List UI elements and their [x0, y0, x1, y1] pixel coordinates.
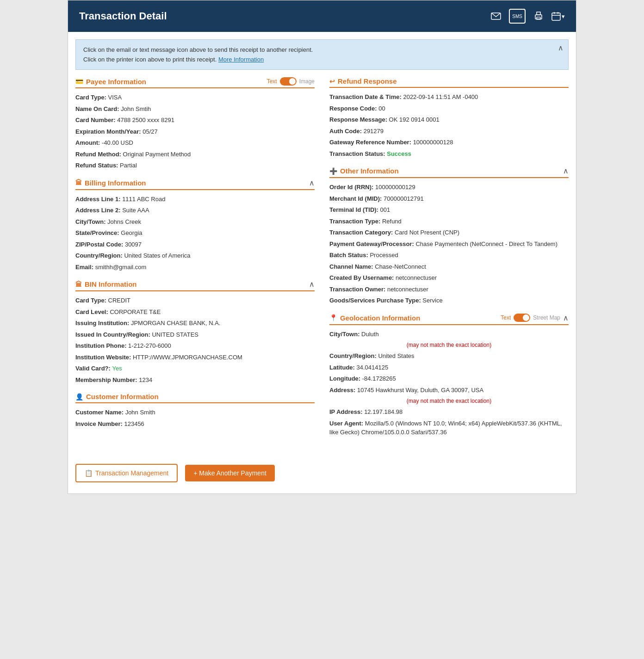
- field-label: Gateway Reference Number:: [329, 139, 413, 146]
- field-row: Order Id (RRN): 100000000129: [329, 183, 569, 192]
- more-information-link[interactable]: More Information: [218, 56, 264, 63]
- banner-collapse-btn[interactable]: ∧: [558, 43, 564, 52]
- field-label: Card Type:: [75, 297, 108, 304]
- geo-toggle-text-label: Text: [501, 314, 511, 321]
- field-row: City/Town: Johns Creek: [75, 217, 315, 227]
- field-label: Response Code:: [329, 105, 378, 112]
- other-collapse-btn[interactable]: ∧: [563, 166, 569, 175]
- field-value: 1-212-270-6000: [128, 342, 171, 349]
- geo-toggle-switch[interactable]: [514, 314, 530, 322]
- field-value: CORPORATE T&E: [110, 308, 161, 315]
- field-row: Transaction Type: Refund: [329, 217, 569, 226]
- calendar-dropdown-arrow: ▾: [562, 13, 565, 20]
- field-row: Goods/Services Purchase Type: Service: [329, 296, 569, 305]
- bin-fields: Card Type: CREDITCard Level: CORPORATE T…: [75, 296, 315, 384]
- calendar-icon[interactable]: ▾: [551, 12, 565, 21]
- bin-section: 🏛 BIN Information ∧ Card Type: CREDITCar…: [75, 280, 315, 384]
- payee-toggle-text-label: Text: [267, 78, 277, 85]
- field-label: Payment Gateway/Processor:: [329, 240, 415, 247]
- geo-collapse-btn[interactable]: ∧: [563, 314, 569, 322]
- field-row: Invoice Number: 123456: [75, 419, 315, 429]
- field-value: Chase-NetConnect: [375, 263, 426, 270]
- field-row: Latitude: 34.0414125: [329, 363, 569, 372]
- field-label: Address Line 2:: [75, 207, 122, 214]
- info-banner: ∧ Click on the email or text message ico…: [75, 39, 569, 70]
- other-icon: ➕: [329, 167, 337, 175]
- field-value: CREDIT: [108, 297, 130, 304]
- field-value: -40.00 USD: [102, 139, 133, 146]
- field-label: Institution Phone:: [75, 342, 128, 349]
- field-row: Institution Phone: 1-212-270-6000: [75, 341, 315, 351]
- field-value: 001: [380, 206, 390, 213]
- refund-section-title: ↩ Refund Response: [329, 77, 397, 85]
- billing-section-header: 🏛 Billing Information ∧: [75, 179, 315, 190]
- main-content: 💳 Payee Information Text Image Card Type…: [68, 77, 576, 453]
- field-label: Transaction Type:: [329, 218, 382, 225]
- billing-section-title: 🏛 Billing Information: [75, 179, 146, 187]
- svg-rect-2: [537, 12, 540, 15]
- payee-section-header: 💳 Payee Information Text Image: [75, 77, 315, 88]
- bin-collapse-btn[interactable]: ∧: [309, 280, 315, 289]
- payee-toggle-switch[interactable]: [280, 77, 297, 86]
- bin-icon: 🏛: [75, 281, 82, 288]
- field-value: 4788 2500 xxxx 8291: [117, 117, 174, 123]
- field-row: Valid Card?: Yes: [75, 364, 315, 373]
- field-value: 00: [378, 105, 385, 112]
- field-label: Valid Card?:: [75, 365, 112, 372]
- field-label: Country/Region:: [329, 352, 378, 359]
- transaction-management-button[interactable]: 📋 Transaction Management: [75, 464, 178, 482]
- bin-section-header: 🏛 BIN Information ∧: [75, 280, 315, 291]
- customer-fields: Customer Name: John SmithInvoice Number:…: [75, 408, 315, 428]
- field-label: Response Message:: [329, 116, 389, 123]
- field-row: Issued In Country/Region: UNITED STATES: [75, 330, 315, 339]
- field-row: Transaction Date & Time: 2022-09-14 11:5…: [329, 92, 569, 102]
- geolocation-toggle-group: Text Street Map ∧: [501, 314, 569, 322]
- field-label: Issued In Country/Region:: [75, 331, 152, 338]
- field-value: 100000000128: [413, 139, 453, 146]
- field-value: Suite AAA: [122, 207, 149, 214]
- field-value: Partial: [120, 162, 137, 169]
- field-row: Name On Card: John Smtih: [75, 105, 315, 114]
- field-label: Batch Status:: [329, 252, 370, 259]
- field-row: Longitude: -84.1728265: [329, 374, 569, 383]
- field-value: -84.1728265: [362, 375, 396, 382]
- field-row: Gateway Reference Number: 100000000128: [329, 138, 569, 147]
- field-label: State/Province:: [75, 229, 121, 236]
- field-value: Refund: [382, 218, 402, 225]
- make-another-payment-button[interactable]: + Make Another Payment: [185, 465, 275, 481]
- field-value: 34.0414125: [357, 364, 389, 371]
- field-label: Created By Username:: [329, 274, 396, 281]
- field-value: HTTP://WWW.JPMORGANCHASE.COM: [133, 354, 242, 361]
- field-value: OK 192 0914 0001: [389, 116, 440, 123]
- field-label: IP Address:: [329, 408, 364, 415]
- field-row: Transaction Status: Success: [329, 149, 569, 159]
- field-label: Issuing Institution:: [75, 320, 131, 326]
- field-value: Johns Creek: [107, 218, 141, 225]
- billing-fields: Address Line 1: 1111 ABC RoadAddress Lin…: [75, 195, 315, 272]
- field-value: 100000000129: [375, 184, 415, 191]
- field-row: Channel Name: Chase-NetConnect: [329, 262, 569, 271]
- field-row: (may not match the exact location): [329, 397, 569, 405]
- field-value: UNITED STATES: [152, 331, 198, 338]
- geolocation-section: 📍 Geolocation Information Text Street Ma…: [329, 314, 569, 437]
- field-label: Invoice Number:: [75, 420, 124, 427]
- other-section: ➕ Other Information ∧ Order Id (RRN): 10…: [329, 166, 569, 305]
- refund-section: ↩ Refund Response Transaction Date & Tim…: [329, 77, 569, 158]
- print-icon[interactable]: [531, 9, 546, 24]
- field-label: Auth Code:: [329, 128, 364, 135]
- email-icon[interactable]: [489, 9, 503, 24]
- sms-icon[interactable]: SMS: [509, 9, 526, 24]
- field-label: Goods/Services Purchase Type:: [329, 297, 422, 304]
- field-label: Card Number:: [75, 117, 117, 123]
- field-row: Address: 10745 Hawkhurst Way, Duluth, GA…: [329, 386, 569, 395]
- field-row: (may not match the exact location): [329, 341, 569, 349]
- field-value: Processed: [370, 252, 398, 259]
- field-value: JPMORGAN CHASE BANK, N.A.: [131, 320, 221, 326]
- field-value: Yes: [112, 365, 122, 372]
- billing-collapse-btn[interactable]: ∧: [309, 179, 315, 187]
- field-label: City/Town:: [75, 218, 107, 225]
- other-section-title: ➕ Other Information: [329, 167, 399, 175]
- field-value: 10745 Hawkhurst Way, Duluth, GA 30097, U…: [357, 387, 483, 394]
- field-label: Longitude:: [329, 375, 362, 382]
- field-row: Email: smithh@gmail.com: [75, 263, 315, 272]
